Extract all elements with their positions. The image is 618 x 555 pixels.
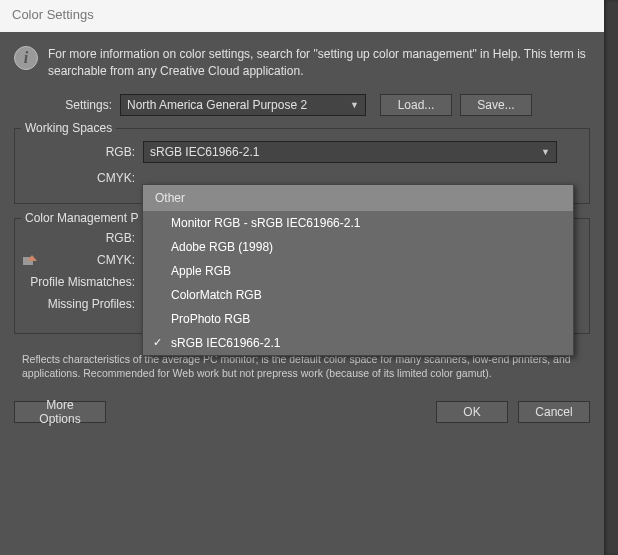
cancel-button[interactable]: Cancel	[518, 401, 590, 423]
settings-label: Settings:	[54, 98, 112, 112]
rgb-option[interactable]: ColorMatch RGB	[143, 283, 573, 307]
warning-icon	[23, 255, 39, 267]
rgb-option[interactable]: Apple RGB	[143, 259, 573, 283]
rgb-dropdown-menu: Other Monitor RGB - sRGB IEC61966-2.1Ado…	[142, 184, 574, 356]
titlebar: Color Settings	[0, 0, 604, 32]
ok-button[interactable]: OK	[436, 401, 508, 423]
more-options-button[interactable]: More Options	[14, 401, 106, 423]
settings-value: North America General Purpose 2	[127, 98, 307, 112]
policies-title: Color Management P	[21, 211, 142, 225]
rgb-value: sRGB IEC61966-2.1	[150, 145, 259, 159]
rgb-option[interactable]: sRGB IEC61966-2.1	[143, 331, 573, 355]
rgb-option[interactable]: Monitor RGB - sRGB IEC61966-2.1	[143, 211, 573, 235]
ws-cmyk-label: CMYK:	[25, 171, 135, 185]
dropdown-section-header: Other	[143, 185, 573, 211]
info-icon: i	[14, 46, 38, 70]
ws-rgb-label: RGB:	[25, 145, 135, 159]
info-text: For more information on color settings, …	[48, 46, 590, 80]
policy-cmyk-label: CMYK:	[25, 253, 135, 267]
policy-rgb-label: RGB:	[25, 231, 135, 245]
window-title: Color Settings	[12, 7, 94, 22]
chevron-down-icon: ▼	[541, 147, 550, 157]
color-settings-dialog: Color Settings i For more information on…	[0, 0, 604, 555]
save-button[interactable]: Save...	[460, 94, 532, 116]
rgb-option[interactable]: Adobe RGB (1998)	[143, 235, 573, 259]
mismatch-label: Profile Mismatches:	[25, 275, 135, 289]
missing-label: Missing Profiles:	[25, 297, 135, 311]
window-edge	[604, 0, 618, 555]
load-button[interactable]: Load...	[380, 94, 452, 116]
working-spaces-title: Working Spaces	[21, 121, 116, 135]
chevron-down-icon: ▼	[350, 100, 359, 110]
rgb-option[interactable]: ProPhoto RGB	[143, 307, 573, 331]
rgb-dropdown[interactable]: sRGB IEC61966-2.1 ▼	[143, 141, 557, 163]
settings-dropdown[interactable]: North America General Purpose 2 ▼	[120, 94, 366, 116]
